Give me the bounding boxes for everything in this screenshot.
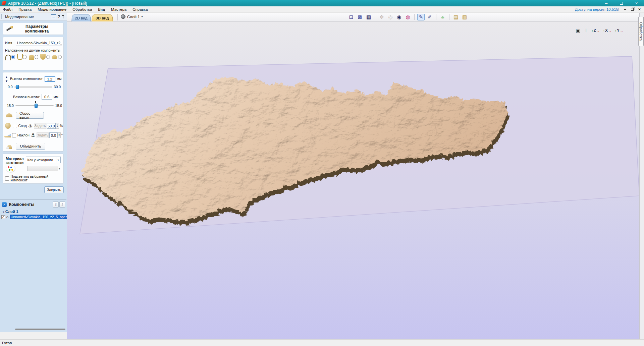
move-down-button[interactable]: ⇩: [59, 201, 65, 208]
component-icon: ∩: [6, 215, 9, 219]
modeling-panel: Параметры компонента Имя Unnamed-Slovaki…: [0, 21, 67, 332]
view-along-y-button[interactable]: ↑ Y →: [615, 28, 623, 33]
combine-merge-low-radio[interactable]: [46, 55, 50, 59]
tab-2d-view[interactable]: 2D вид: [71, 14, 91, 21]
zoom-drawing-icon[interactable]: ⊠: [356, 14, 364, 20]
menu-view[interactable]: Вид: [95, 7, 108, 12]
component-params-title: Параметры компонента: [14, 24, 63, 34]
reset-heights-button[interactable]: Сброс высот: [16, 112, 44, 119]
components-title: Компоненты: [9, 202, 34, 207]
divider: [375, 14, 375, 20]
merge-button[interactable]: Объединить: [16, 143, 45, 150]
component-height-input[interactable]: 1.2: [45, 76, 55, 82]
combine-merge-high-icon: [29, 54, 34, 60]
components-visibility-checkbox[interactable]: ✓: [2, 202, 7, 207]
tab-3d-view[interactable]: 3D вид: [92, 14, 113, 21]
tilt-spinner[interactable]: ▲▼: [58, 132, 61, 138]
menu-modeling[interactable]: Моделирование: [35, 7, 69, 12]
window-close-button[interactable]: ×: [629, 0, 644, 6]
fade-spinner[interactable]: ▲▼: [56, 123, 59, 129]
tree-component-row[interactable]: ✓ ∩ Unnamed-Slovakia_150_z2_5_open: [1, 215, 68, 219]
material-dropdown[interactable]: Как у исходного ▾: [26, 157, 61, 163]
menu-edit[interactable]: Правка: [15, 7, 35, 12]
axis-triad-icon[interactable]: ⊥: [584, 27, 588, 34]
component-visibility-checkbox[interactable]: ✓: [1, 215, 5, 219]
zoom-selected-icon[interactable]: ◍: [404, 14, 412, 20]
window-title: Aspire 10.512 - {Zamueco[TPC]} - [Новый]: [8, 1, 87, 6]
component-height-label: Высота компонента:: [10, 77, 43, 81]
pan-icon[interactable]: ✥: [378, 14, 385, 20]
menubar: Файл Правка Моделирование Обработка Вид …: [0, 6, 644, 13]
close-button[interactable]: Закрыть: [44, 186, 64, 193]
base-height-slider[interactable]: [15, 103, 54, 108]
menu-help[interactable]: Справка: [129, 7, 151, 12]
move-up-button[interactable]: ⇧: [53, 201, 59, 208]
window-minimize-button[interactable]: –: [599, 0, 614, 6]
combine-multiply-radio[interactable]: [58, 55, 62, 59]
divider: [0, 199, 66, 200]
restore-icon: [620, 2, 623, 5]
fade-value-input[interactable]: 50.0: [47, 123, 56, 129]
combine-merge-high-radio[interactable]: [35, 55, 39, 59]
tilt-checkbox[interactable]: [12, 133, 16, 137]
layer-selector-dropdown[interactable]: Слой 1 ▾: [121, 14, 143, 19]
base-height-input[interactable]: 0.6: [42, 94, 52, 100]
combine-mode-label: Наложение на другие компоненты: [5, 49, 60, 52]
horizontal-scrollbar[interactable]: [15, 329, 65, 330]
zoom-extents-icon[interactable]: ⊡: [347, 14, 355, 20]
combine-subtract-radio[interactable]: [23, 55, 27, 59]
zoom-window-icon[interactable]: ◉: [395, 14, 403, 20]
combine-mode-options: [5, 54, 63, 60]
combine-multiply-icon: [52, 54, 57, 60]
chevron-down-icon[interactable]: ▾: [59, 167, 60, 170]
material-tree-icon[interactable]: ♣: [439, 14, 446, 20]
right-panel-strip: [639, 13, 644, 339]
tilt-label: Наклон: [17, 133, 30, 137]
3d-viewport[interactable]: ▣ ⊥ ↑ Z → ↑ X → ↑ Y →: [67, 21, 639, 339]
fade-checkbox[interactable]: [13, 124, 17, 128]
snap-grid-icon[interactable]: ▦: [365, 14, 372, 20]
highlight-component-checkbox[interactable]: [5, 176, 9, 181]
view-along-x-button[interactable]: ↑ X →: [603, 28, 611, 33]
panel-drag-grip[interactable]: [1, 14, 2, 19]
view-along-z-button[interactable]: ↑ Z →: [592, 28, 600, 33]
menu-gadgets[interactable]: Мастера: [108, 7, 129, 12]
tree-layer-label[interactable]: Слой 1: [5, 210, 18, 214]
palette-icon[interactable]: [6, 165, 15, 172]
slider-track: [14, 86, 52, 88]
layout-split-horizontal-icon[interactable]: ▤: [452, 14, 460, 20]
toggle-vectors-icon[interactable]: ✎: [417, 14, 425, 20]
menu-file[interactable]: Файл: [0, 7, 15, 12]
pin-icon[interactable]: [62, 15, 65, 19]
anchor-icon[interactable]: ⚓: [31, 132, 35, 138]
mdi-minimize-button[interactable]: –: [624, 7, 626, 12]
slider-handle[interactable]: [16, 85, 19, 89]
slider-handle[interactable]: [35, 104, 38, 108]
material-label-2: заготовки: [6, 161, 24, 165]
component-name-input[interactable]: Unnamed-Slovakia_150_z2_5_op: [16, 40, 62, 46]
window-restore-button[interactable]: [614, 0, 629, 6]
tree-layer-row[interactable]: ∩ Слой 1: [1, 209, 18, 214]
combine-add-radio[interactable]: [11, 55, 15, 59]
terrain-scene: [67, 21, 639, 339]
menu-toolpaths[interactable]: Обработка: [69, 7, 95, 12]
anchor-icon[interactable]: ⚓: [28, 123, 33, 129]
tab-toolpaths-vertical[interactable]: Обработка: [638, 17, 644, 46]
help-icon[interactable]: ?: [58, 14, 60, 19]
component-height-slider[interactable]: [14, 84, 52, 89]
height-updown-icon: ▲▼: [5, 75, 8, 83]
color-swatch-field[interactable]: [27, 166, 58, 171]
right-arrow-icon: →: [596, 29, 600, 33]
isometric-view-icon[interactable]: ▣: [576, 27, 580, 34]
tree-component-label[interactable]: Unnamed-Slovakia_150_z2_5_open: [10, 215, 68, 219]
combine-subtract-icon: [17, 54, 22, 60]
tilt-value-input[interactable]: 0.0: [49, 132, 58, 138]
zoom-icon[interactable]: ◎: [387, 14, 394, 20]
mdi-restore-button[interactable]: [631, 8, 634, 11]
layout-split-vertical-icon[interactable]: ▥: [461, 14, 468, 20]
mdi-close-button[interactable]: ×: [638, 7, 641, 12]
dock-panel-icon[interactable]: →: [51, 14, 56, 19]
toggle-bitmap-icon[interactable]: ✐: [426, 14, 433, 20]
chevron-down-icon: ▾: [56, 157, 59, 163]
update-version-link[interactable]: Доступна версия 10.515!: [575, 7, 624, 11]
